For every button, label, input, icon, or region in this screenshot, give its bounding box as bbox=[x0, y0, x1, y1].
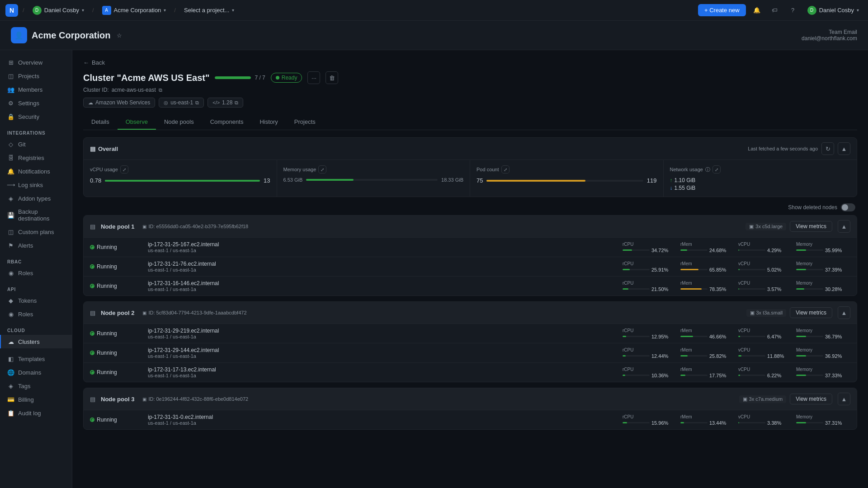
topnav-user-menu[interactable]: D Daniel Cosby ▾ bbox=[804, 4, 863, 17]
sidebar-label-overview: Overview bbox=[18, 59, 42, 66]
sidebar-item-roles-rbac[interactable]: ◉ Roles bbox=[0, 266, 72, 280]
back-button[interactable]: ← Back bbox=[83, 59, 857, 66]
pool-type-2: ▣ 3x t3a.small bbox=[746, 309, 787, 317]
vcpu-val: 4.29% bbox=[767, 248, 781, 253]
sidebar-item-tokens[interactable]: ◆ Tokens bbox=[0, 294, 72, 307]
sidebar-item-settings[interactable]: ⚙ Settings bbox=[0, 96, 72, 110]
help-icon-btn[interactable]: ? bbox=[786, 3, 800, 18]
memory-expand-icon[interactable]: ⤢ bbox=[318, 165, 326, 174]
pod-expand-icon[interactable]: ⤢ bbox=[501, 165, 509, 174]
tab-history[interactable]: History bbox=[251, 115, 286, 130]
running-dot bbox=[90, 370, 94, 375]
vcpu-val: 6.22% bbox=[767, 373, 781, 378]
nav-project[interactable]: Select a project... ▾ bbox=[180, 5, 238, 15]
view-metrics-btn-2[interactable]: View metrics bbox=[790, 307, 832, 318]
vcpu-expand-icon[interactable]: ⤢ bbox=[120, 165, 128, 174]
vcpu-label: vCPU bbox=[738, 367, 793, 372]
cluster-more-button[interactable]: ··· bbox=[307, 71, 320, 84]
bookmarks-icon-btn[interactable]: 🏷 bbox=[768, 3, 782, 18]
sidebar-item-projects[interactable]: ◫ Projects bbox=[0, 69, 72, 83]
network-info-icon[interactable]: ⓘ bbox=[705, 166, 710, 173]
tab-projects[interactable]: Projects bbox=[286, 115, 324, 130]
rcpu-bar bbox=[623, 336, 650, 337]
nav-org[interactable]: A Acme Corporation ▾ bbox=[99, 4, 170, 17]
sidebar-item-notifications[interactable]: 🔔 Notifications bbox=[0, 164, 72, 178]
node-vcpu-2-1: vCPU 6.47% bbox=[738, 328, 793, 339]
network-expand-icon[interactable]: ⤢ bbox=[712, 165, 721, 174]
nav-user[interactable]: D Daniel Cosby ▾ bbox=[29, 4, 88, 17]
tab-observe[interactable]: Observe bbox=[118, 115, 156, 130]
pool-type-3: ▣ 3x c7a.medium bbox=[739, 395, 787, 403]
pool-collapse-btn-3[interactable]: ▲ bbox=[838, 393, 850, 405]
overall-collapse-icon: ▤ bbox=[90, 145, 95, 152]
sidebar-item-overview[interactable]: ⊞ Overview bbox=[0, 56, 72, 69]
notifications-icon-btn[interactable]: 🔔 bbox=[750, 3, 764, 18]
rcpu-val: 25.91% bbox=[651, 267, 668, 272]
node-vcpu-2-3: vCPU 6.22% bbox=[738, 367, 793, 378]
sidebar-item-audit-log[interactable]: 📋 Audit log bbox=[0, 406, 72, 420]
memory-label: Memory bbox=[796, 367, 850, 372]
sidebar-api-section: API ◆ Tokens ◉ Roles bbox=[0, 283, 72, 324]
vcpu-values: 0.78 13 bbox=[90, 177, 270, 184]
node-row-1-1: Running ip-172-31-25-167.ec2.internal us… bbox=[84, 238, 857, 257]
show-deleted-toggle[interactable] bbox=[841, 203, 855, 211]
sidebar-item-templates[interactable]: ◧ Templates bbox=[0, 352, 72, 366]
node-rmem-1-2: rMem 65.85% bbox=[680, 261, 735, 272]
rmem-bar-row: 65.85% bbox=[680, 267, 735, 272]
pool-type-1: ▣ 3x c5d.large bbox=[745, 223, 786, 230]
rcpu-val: 12.95% bbox=[651, 334, 668, 339]
view-metrics-btn-3[interactable]: View metrics bbox=[790, 394, 832, 404]
sidebar-item-addon-types[interactable]: ◈ Addon types bbox=[0, 192, 72, 205]
cluster-delete-button[interactable]: 🗑 bbox=[326, 71, 338, 84]
tab-node-pools[interactable]: Node pools bbox=[156, 115, 202, 130]
pool-collapse-btn-1[interactable]: ▲ bbox=[838, 220, 850, 233]
node-pool-2: ▤ Node pool 2 ▣ ID: 5cf83d04-7794-4213-9… bbox=[83, 301, 857, 382]
sidebar-label-log-sinks: Log sinks bbox=[18, 182, 43, 188]
cluster-id-copy-icon[interactable]: ⧉ bbox=[159, 87, 162, 93]
node-status-2-2: Running bbox=[90, 350, 144, 356]
pool-collapse-btn-2[interactable]: ▲ bbox=[838, 306, 850, 319]
sidebar-item-alerts[interactable]: ⚑ Alerts bbox=[0, 239, 72, 252]
view-metrics-btn-1[interactable]: View metrics bbox=[790, 221, 832, 232]
rmem-fill bbox=[680, 336, 693, 337]
sidebar-item-log-sinks[interactable]: ⟶ Log sinks bbox=[0, 178, 72, 192]
rmem-fill bbox=[680, 422, 684, 423]
overall-refresh-button[interactable]: ↻ bbox=[821, 142, 834, 155]
rcpu-bar-row: 34.72% bbox=[623, 248, 677, 253]
org-star-icon[interactable]: ☆ bbox=[117, 32, 122, 39]
sidebar-item-members[interactable]: 👥 Members bbox=[0, 83, 72, 96]
sidebar-label-roles-api: Roles bbox=[18, 311, 33, 318]
nav-org-chevron: ▾ bbox=[164, 8, 166, 13]
sidebar-item-git[interactable]: ◇ Git bbox=[0, 137, 72, 151]
node-rcpu-2-1: rCPU 12.95% bbox=[623, 328, 677, 339]
rcpu-bar bbox=[623, 375, 650, 376]
sidebar-item-billing[interactable]: 💳 Billing bbox=[0, 393, 72, 406]
node-pool-2-header: ▤ Node pool 2 ▣ ID: 5cf83d04-7794-4213-9… bbox=[84, 302, 857, 324]
node-vcpu-1-1: vCPU 4.29% bbox=[738, 242, 793, 253]
rbac-section-label: RBAC bbox=[0, 256, 72, 266]
vcpu-bar-row: 5.02% bbox=[738, 267, 793, 272]
sidebar-item-domains[interactable]: 🌐 Domains bbox=[0, 366, 72, 379]
node-rcpu-2-2: rCPU 12.44% bbox=[623, 347, 677, 359]
create-new-button[interactable]: + Create new bbox=[698, 4, 746, 16]
sidebar-label-alerts: Alerts bbox=[18, 242, 33, 249]
sidebar-item-roles-api[interactable]: ◉ Roles bbox=[0, 307, 72, 321]
rcpu-bar bbox=[623, 355, 650, 357]
memory-bar bbox=[796, 249, 823, 251]
sidebar-item-security[interactable]: 🔒 Security bbox=[0, 110, 72, 123]
sidebar-item-custom-plans[interactable]: ◫ Custom plans bbox=[0, 225, 72, 239]
memory-bar-row: 36.92% bbox=[796, 353, 850, 359]
roles-api-icon: ◉ bbox=[7, 310, 14, 318]
sidebar-item-clusters[interactable]: ☁ Clusters bbox=[0, 335, 72, 348]
memory-fill bbox=[796, 355, 806, 357]
sidebar-item-tags[interactable]: ◈ Tags bbox=[0, 379, 72, 393]
tab-details[interactable]: Details bbox=[83, 115, 118, 130]
pool-title-3: Node pool 3 bbox=[101, 396, 134, 403]
version-copy-icon[interactable]: ⧉ bbox=[235, 100, 238, 106]
sidebar-item-registries[interactable]: 🗄 Registries bbox=[0, 151, 72, 164]
sidebar-item-backup-destinations[interactable]: 💾 Backup destinations bbox=[0, 205, 72, 225]
nav-user-label: Daniel Cosby bbox=[44, 7, 79, 14]
tab-components[interactable]: Components bbox=[202, 115, 252, 130]
region-copy-icon[interactable]: ⧉ bbox=[195, 100, 199, 106]
overall-collapse-button[interactable]: ▲ bbox=[838, 142, 850, 155]
